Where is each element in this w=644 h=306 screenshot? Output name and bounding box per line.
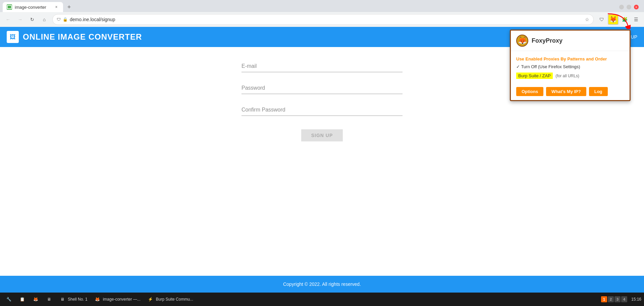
confirm-password-field-container	[241, 104, 402, 116]
taskbar-item-tools[interactable]: 🔧	[3, 294, 15, 305]
tab-title: image-converter	[15, 5, 46, 10]
shield-icon[interactable]: 🛡	[596, 14, 607, 25]
tab-bar: image-converter × + ×	[0, 0, 644, 12]
browser-chrome: image-converter × + × ← → ↻ ⌂ 🛡 🔒 demo.i…	[0, 0, 644, 27]
reload-button[interactable]: ↻	[27, 14, 38, 25]
signup-button[interactable]: SIGN UP	[301, 129, 343, 141]
files-icon: 📋	[19, 296, 25, 303]
image-converter-taskbar-label: image-converter —...	[103, 297, 141, 302]
email-input[interactable]	[241, 60, 402, 72]
tab-close-button[interactable]: ×	[54, 4, 59, 10]
foxyproxy-popup-footer: Options What's My IP? Log	[511, 83, 630, 100]
burp-taskbar-icon: ⚡	[147, 296, 154, 303]
taskbar-item-firefox[interactable]: 🦊	[30, 294, 42, 305]
password-input[interactable]	[241, 82, 402, 94]
foxyproxy-button[interactable]: 🦊	[608, 14, 619, 25]
image-icon: 🖼	[10, 34, 16, 41]
signup-form: SIGN UP	[241, 60, 402, 141]
active-tab[interactable]: image-converter ×	[3, 2, 63, 12]
foxyproxy-whatsmy-button[interactable]: What's My IP?	[546, 87, 586, 96]
extensions-icon[interactable]: 🧩	[619, 14, 630, 25]
minimize-button[interactable]	[619, 5, 624, 9]
foxyproxy-log-button[interactable]: Log	[589, 87, 608, 96]
foxyproxy-popup-header: 🦊 FoxyProxy	[511, 31, 630, 51]
copyright-text: Copyright © 2022. All rights reserved.	[283, 281, 361, 287]
security-icon: 🛡	[57, 17, 61, 22]
image-converter-taskbar-icon: 🦊	[94, 296, 101, 303]
lock-icon: 🔒	[63, 17, 68, 22]
foxyproxy-popup-title: FoxyProxy	[532, 37, 562, 44]
workspace-2[interactable]: 2	[608, 296, 614, 302]
workspace-switcher: 1 2 3 4	[601, 296, 627, 302]
foxyproxy-popup: 🦊 FoxyProxy Use Enabled Proxies By Patte…	[510, 30, 631, 101]
nav-bar: ← → ↻ ⌂ 🛡 🔒 demo.ine.local/signup ☆ 🛡 🦊 …	[0, 12, 644, 27]
tab-favicon	[7, 4, 12, 10]
foxyproxy-options-button[interactable]: Options	[516, 87, 543, 96]
taskbar-right: 1 2 3 4 15:16	[601, 296, 641, 302]
foxyproxy-popup-body: Use Enabled Proxies By Patterns and Orde…	[511, 51, 630, 83]
taskbar: 🔧 📋 🦊 🖥 🖥 Shell No. 1 🦊 image-converter …	[0, 293, 644, 306]
workspace-4[interactable]: 4	[621, 296, 627, 302]
use-enabled-option[interactable]: Use Enabled Proxies By Patterns and Orde…	[516, 55, 624, 63]
foxyproxy-logo: 🦊	[516, 35, 528, 47]
app-header-icon: 🖼	[7, 31, 19, 43]
burp-suite-option[interactable]: Burp Suite / ZAP	[516, 73, 553, 79]
terminal-icon: 🖥	[46, 296, 52, 303]
taskbar-item-image-converter[interactable]: 🦊 image-converter —...	[92, 294, 143, 305]
menu-button[interactable]: ☰	[631, 14, 641, 25]
firefox-icon: 🦊	[32, 296, 39, 303]
nav-right-buttons: 🛡 🦊 🧩 ☰	[596, 14, 641, 25]
app-footer: Copyright © 2022. All rights reserved.	[0, 276, 644, 293]
turn-off-option[interactable]: Turn Off (Use Firefox Settings)	[516, 63, 624, 71]
url-text: demo.ine.local/signup	[70, 17, 582, 22]
workspace-1[interactable]: 1	[601, 296, 607, 302]
burp-suite-option-row: Burp Suite / ZAP (for all URLs)	[516, 73, 624, 79]
taskbar-item-burp[interactable]: ⚡ Burp Suite Commu...	[145, 294, 196, 305]
address-bar[interactable]: 🛡 🔒 demo.ine.local/signup ☆	[52, 14, 594, 25]
workspace-3[interactable]: 3	[614, 296, 621, 302]
bookmark-icon[interactable]: ☆	[585, 17, 589, 22]
taskbar-item-terminal[interactable]: 🖥	[43, 294, 55, 305]
email-field-container	[241, 60, 402, 72]
confirm-password-input[interactable]	[241, 104, 402, 116]
new-tab-button[interactable]: +	[64, 2, 74, 12]
back-button[interactable]: ←	[3, 14, 13, 25]
password-field-container	[241, 82, 402, 94]
taskbar-item-shell[interactable]: 🖥 Shell No. 1	[56, 294, 90, 305]
burp-taskbar-label: Burp Suite Commu...	[156, 297, 193, 302]
tools-icon: 🔧	[5, 296, 12, 303]
taskbar-item-files[interactable]: 📋	[16, 294, 28, 305]
clock: 15:16	[631, 297, 641, 302]
maximize-button[interactable]	[627, 5, 631, 9]
shell-icon: 🖥	[59, 296, 66, 303]
shell-label: Shell No. 1	[68, 297, 88, 302]
home-button[interactable]: ⌂	[39, 14, 50, 25]
forward-button[interactable]: →	[15, 14, 25, 25]
close-window-button[interactable]: ×	[634, 5, 639, 9]
foxyproxy-icon: 🦊	[609, 16, 617, 23]
app-title: ONLINE IMAGE CONVERTER	[23, 32, 142, 42]
for-all-urls-label: (for all URLs)	[555, 74, 579, 78]
